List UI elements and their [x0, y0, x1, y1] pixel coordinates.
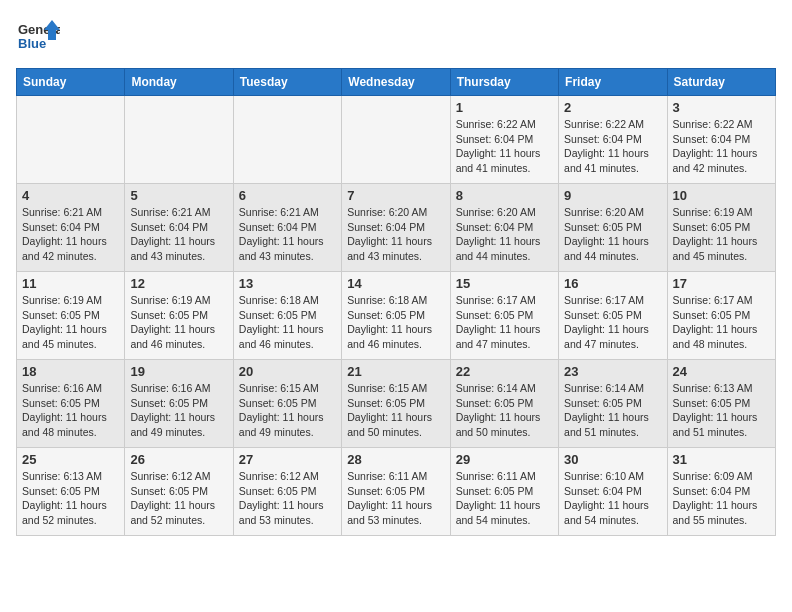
day-info: Sunrise: 6:17 AM Sunset: 6:05 PM Dayligh…	[456, 293, 553, 352]
calendar-cell: 20 Sunrise: 6:15 AM Sunset: 6:05 PM Dayl…	[233, 360, 341, 448]
calendar-cell: 14 Sunrise: 6:18 AM Sunset: 6:05 PM Dayl…	[342, 272, 450, 360]
day-info: Sunrise: 6:15 AM Sunset: 6:05 PM Dayligh…	[347, 381, 444, 440]
header-monday: Monday	[125, 69, 233, 96]
header-thursday: Thursday	[450, 69, 558, 96]
day-info: Sunrise: 6:20 AM Sunset: 6:04 PM Dayligh…	[456, 205, 553, 264]
day-info: Sunrise: 6:21 AM Sunset: 6:04 PM Dayligh…	[22, 205, 119, 264]
calendar-cell: 2 Sunrise: 6:22 AM Sunset: 6:04 PM Dayli…	[559, 96, 667, 184]
day-number: 20	[239, 364, 336, 379]
day-info: Sunrise: 6:10 AM Sunset: 6:04 PM Dayligh…	[564, 469, 661, 528]
calendar-cell: 21 Sunrise: 6:15 AM Sunset: 6:05 PM Dayl…	[342, 360, 450, 448]
calendar-cell: 26 Sunrise: 6:12 AM Sunset: 6:05 PM Dayl…	[125, 448, 233, 536]
page-header: General Blue	[16, 16, 776, 60]
day-info: Sunrise: 6:13 AM Sunset: 6:05 PM Dayligh…	[673, 381, 770, 440]
day-info: Sunrise: 6:17 AM Sunset: 6:05 PM Dayligh…	[673, 293, 770, 352]
calendar-cell: 29 Sunrise: 6:11 AM Sunset: 6:05 PM Dayl…	[450, 448, 558, 536]
day-info: Sunrise: 6:12 AM Sunset: 6:05 PM Dayligh…	[130, 469, 227, 528]
day-number: 18	[22, 364, 119, 379]
calendar-cell: 23 Sunrise: 6:14 AM Sunset: 6:05 PM Dayl…	[559, 360, 667, 448]
header-saturday: Saturday	[667, 69, 775, 96]
day-number: 4	[22, 188, 119, 203]
day-info: Sunrise: 6:20 AM Sunset: 6:04 PM Dayligh…	[347, 205, 444, 264]
calendar-cell: 15 Sunrise: 6:17 AM Sunset: 6:05 PM Dayl…	[450, 272, 558, 360]
calendar-cell: 17 Sunrise: 6:17 AM Sunset: 6:05 PM Dayl…	[667, 272, 775, 360]
day-number: 25	[22, 452, 119, 467]
day-number: 29	[456, 452, 553, 467]
calendar-cell: 1 Sunrise: 6:22 AM Sunset: 6:04 PM Dayli…	[450, 96, 558, 184]
calendar-cell: 11 Sunrise: 6:19 AM Sunset: 6:05 PM Dayl…	[17, 272, 125, 360]
day-info: Sunrise: 6:17 AM Sunset: 6:05 PM Dayligh…	[564, 293, 661, 352]
day-info: Sunrise: 6:22 AM Sunset: 6:04 PM Dayligh…	[564, 117, 661, 176]
calendar-cell: 8 Sunrise: 6:20 AM Sunset: 6:04 PM Dayli…	[450, 184, 558, 272]
calendar-table: SundayMondayTuesdayWednesdayThursdayFrid…	[16, 68, 776, 536]
calendar-cell: 16 Sunrise: 6:17 AM Sunset: 6:05 PM Dayl…	[559, 272, 667, 360]
logo: General Blue	[16, 16, 60, 60]
day-number: 24	[673, 364, 770, 379]
day-info: Sunrise: 6:21 AM Sunset: 6:04 PM Dayligh…	[130, 205, 227, 264]
day-info: Sunrise: 6:12 AM Sunset: 6:05 PM Dayligh…	[239, 469, 336, 528]
calendar-cell: 19 Sunrise: 6:16 AM Sunset: 6:05 PM Dayl…	[125, 360, 233, 448]
calendar-cell: 28 Sunrise: 6:11 AM Sunset: 6:05 PM Dayl…	[342, 448, 450, 536]
calendar-cell: 7 Sunrise: 6:20 AM Sunset: 6:04 PM Dayli…	[342, 184, 450, 272]
day-number: 5	[130, 188, 227, 203]
calendar-cell: 27 Sunrise: 6:12 AM Sunset: 6:05 PM Dayl…	[233, 448, 341, 536]
day-number: 10	[673, 188, 770, 203]
day-info: Sunrise: 6:14 AM Sunset: 6:05 PM Dayligh…	[456, 381, 553, 440]
day-info: Sunrise: 6:19 AM Sunset: 6:05 PM Dayligh…	[673, 205, 770, 264]
calendar-cell: 31 Sunrise: 6:09 AM Sunset: 6:04 PM Dayl…	[667, 448, 775, 536]
day-number: 11	[22, 276, 119, 291]
day-number: 3	[673, 100, 770, 115]
day-number: 21	[347, 364, 444, 379]
day-info: Sunrise: 6:11 AM Sunset: 6:05 PM Dayligh…	[347, 469, 444, 528]
calendar-cell: 30 Sunrise: 6:10 AM Sunset: 6:04 PM Dayl…	[559, 448, 667, 536]
day-number: 17	[673, 276, 770, 291]
day-number: 31	[673, 452, 770, 467]
calendar-cell: 6 Sunrise: 6:21 AM Sunset: 6:04 PM Dayli…	[233, 184, 341, 272]
day-info: Sunrise: 6:22 AM Sunset: 6:04 PM Dayligh…	[456, 117, 553, 176]
day-info: Sunrise: 6:20 AM Sunset: 6:05 PM Dayligh…	[564, 205, 661, 264]
day-number: 27	[239, 452, 336, 467]
day-number: 28	[347, 452, 444, 467]
day-info: Sunrise: 6:19 AM Sunset: 6:05 PM Dayligh…	[130, 293, 227, 352]
calendar-cell: 24 Sunrise: 6:13 AM Sunset: 6:05 PM Dayl…	[667, 360, 775, 448]
header-sunday: Sunday	[17, 69, 125, 96]
day-info: Sunrise: 6:15 AM Sunset: 6:05 PM Dayligh…	[239, 381, 336, 440]
calendar-cell: 3 Sunrise: 6:22 AM Sunset: 6:04 PM Dayli…	[667, 96, 775, 184]
svg-text:Blue: Blue	[18, 36, 46, 51]
calendar-cell: 10 Sunrise: 6:19 AM Sunset: 6:05 PM Dayl…	[667, 184, 775, 272]
calendar-cell: 12 Sunrise: 6:19 AM Sunset: 6:05 PM Dayl…	[125, 272, 233, 360]
day-number: 22	[456, 364, 553, 379]
day-number: 19	[130, 364, 227, 379]
day-info: Sunrise: 6:22 AM Sunset: 6:04 PM Dayligh…	[673, 117, 770, 176]
day-info: Sunrise: 6:18 AM Sunset: 6:05 PM Dayligh…	[347, 293, 444, 352]
day-number: 13	[239, 276, 336, 291]
day-info: Sunrise: 6:16 AM Sunset: 6:05 PM Dayligh…	[130, 381, 227, 440]
day-number: 12	[130, 276, 227, 291]
calendar-cell	[17, 96, 125, 184]
day-info: Sunrise: 6:16 AM Sunset: 6:05 PM Dayligh…	[22, 381, 119, 440]
day-info: Sunrise: 6:19 AM Sunset: 6:05 PM Dayligh…	[22, 293, 119, 352]
day-info: Sunrise: 6:13 AM Sunset: 6:05 PM Dayligh…	[22, 469, 119, 528]
day-info: Sunrise: 6:11 AM Sunset: 6:05 PM Dayligh…	[456, 469, 553, 528]
day-number: 7	[347, 188, 444, 203]
day-number: 2	[564, 100, 661, 115]
calendar-cell: 4 Sunrise: 6:21 AM Sunset: 6:04 PM Dayli…	[17, 184, 125, 272]
calendar-cell	[342, 96, 450, 184]
calendar-cell: 25 Sunrise: 6:13 AM Sunset: 6:05 PM Dayl…	[17, 448, 125, 536]
day-number: 16	[564, 276, 661, 291]
day-number: 6	[239, 188, 336, 203]
logo-svg: General Blue	[16, 16, 60, 60]
calendar-cell: 18 Sunrise: 6:16 AM Sunset: 6:05 PM Dayl…	[17, 360, 125, 448]
day-number: 9	[564, 188, 661, 203]
day-info: Sunrise: 6:18 AM Sunset: 6:05 PM Dayligh…	[239, 293, 336, 352]
day-number: 23	[564, 364, 661, 379]
calendar-cell	[233, 96, 341, 184]
header-tuesday: Tuesday	[233, 69, 341, 96]
day-number: 26	[130, 452, 227, 467]
calendar-cell: 9 Sunrise: 6:20 AM Sunset: 6:05 PM Dayli…	[559, 184, 667, 272]
calendar-cell: 22 Sunrise: 6:14 AM Sunset: 6:05 PM Dayl…	[450, 360, 558, 448]
day-info: Sunrise: 6:14 AM Sunset: 6:05 PM Dayligh…	[564, 381, 661, 440]
calendar-cell: 5 Sunrise: 6:21 AM Sunset: 6:04 PM Dayli…	[125, 184, 233, 272]
day-number: 8	[456, 188, 553, 203]
day-number: 15	[456, 276, 553, 291]
